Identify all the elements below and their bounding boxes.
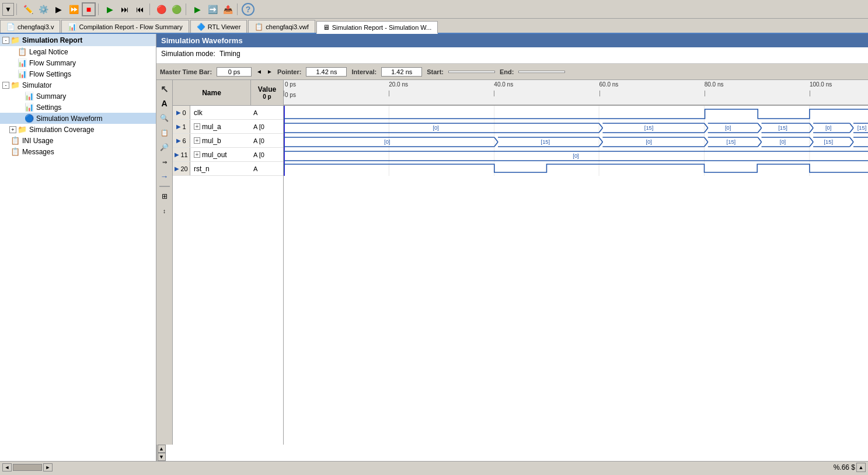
signal-row-mulb[interactable]: ▶ 6 + mul_b A [0: [173, 134, 283, 148]
sidebar-root[interactable]: - 📁 Simulation Report: [0, 34, 156, 46]
tool-grid[interactable]: ⊞: [158, 190, 171, 203]
signal-row-mula[interactable]: ▶ 1 + mul_a A [0: [173, 120, 283, 134]
svg-line-59: [850, 142, 853, 147]
svg-line-46: [705, 137, 708, 142]
start-label: Start:: [427, 68, 444, 75]
expand-simcoverage[interactable]: +: [9, 126, 16, 133]
toolbar-btn-sim2[interactable]: ⏩: [67, 2, 81, 16]
sidebar-item-settings[interactable]: 📊 Settings: [0, 102, 156, 113]
sidebar-label-summary: Summary: [36, 92, 66, 100]
expand-root[interactable]: -: [2, 37, 9, 44]
sidebar-item-legal-notice[interactable]: 📋 Legal Notice: [0, 46, 156, 57]
tool-sort[interactable]: ↕: [158, 204, 171, 217]
sep1: [16, 4, 19, 15]
svg-line-23: [810, 128, 813, 133]
sidebar-item-messages[interactable]: 📋 Messages: [0, 146, 156, 157]
sig-expand-mulb[interactable]: +: [194, 137, 200, 144]
toolbar-btn-help[interactable]: ?: [242, 3, 255, 16]
toolbar-btn-rewind[interactable]: ⏮: [133, 2, 147, 16]
sig-name-mulout: + mul_out: [190, 151, 251, 159]
tool-step[interactable]: ⇒: [158, 155, 171, 168]
svg-line-18: [758, 123, 761, 128]
toolbar-btn-net1[interactable]: 🔴: [154, 2, 168, 16]
svg-line-58: [850, 137, 853, 142]
sim-mode-label: Simulation mode:: [161, 50, 215, 58]
end-value: [518, 71, 565, 73]
sig-val-mula: A [0: [253, 123, 264, 130]
toolbar-btn-export[interactable]: 📤: [221, 2, 235, 16]
sidebar-item-flow-settings[interactable]: 📊 Flow Settings: [0, 68, 156, 79]
sig-index-rstn: ▶ 20: [173, 162, 190, 175]
sig-val-rstn: A: [253, 165, 257, 172]
sidebar-label-simwaveform: Simulation Waveform: [36, 115, 103, 123]
sidebar-item-sim-coverage[interactable]: + 📁 Simulation Coverage: [0, 124, 156, 135]
signal-row-rstn[interactable]: ▶ 20 rst_n A: [173, 162, 283, 176]
waveform-signals: [0] [15] [0] [15] [0] [15]: [284, 106, 868, 445]
waveform-canvas[interactable]: 0 ps 20.0 ns 40.0 ns 60.0 ns 80.0 ns 100…: [284, 80, 868, 445]
sidebar-icon-simcoverage: 📁: [18, 125, 27, 134]
sig-name-rstn: rst_n: [190, 165, 251, 173]
tool-select[interactable]: ↖: [158, 82, 171, 95]
tool-text[interactable]: A: [158, 97, 171, 110]
svg-line-10: [599, 128, 602, 133]
sig-value-mulb: A [0: [251, 137, 283, 144]
sidebar-label-messages: Messages: [22, 148, 54, 156]
tab-compilation[interactable]: 📊 Compilation Report - Flow Summary: [61, 20, 189, 33]
sidebar-item-flow-summary[interactable]: 📊 Flow Summary: [0, 57, 156, 68]
sig-scroll-right[interactable]: ►: [43, 463, 53, 471]
toolbar-btn-run[interactable]: ▶: [103, 2, 117, 16]
tab-simreport[interactable]: 🖥 Simulation Report - Simulation W...: [316, 21, 438, 34]
sig-scroll-left[interactable]: ◄: [2, 463, 12, 471]
tab-icon-vwf: 📋: [255, 23, 263, 31]
signal-row-clk[interactable]: ▶ 0 clk A: [173, 106, 283, 120]
tool-search[interactable]: 🔎: [158, 141, 171, 154]
scroll-up-btn[interactable]: ▲: [158, 445, 166, 453]
sig-value-rstn: A: [251, 165, 283, 172]
tool-copy[interactable]: 📋: [158, 126, 171, 139]
sidebar-icon-messages: 📋: [11, 147, 20, 156]
sig-index-clk: ▶ 0: [173, 106, 190, 119]
sidebar-item-summary[interactable]: 📊 Summary: [0, 91, 156, 102]
tab-label-vwf: chengfaqi3.vwf: [266, 23, 308, 30]
tab-icon-simreport: 🖥: [323, 23, 330, 32]
tool-arrow[interactable]: →: [158, 170, 171, 183]
toolbar-btn-net2[interactable]: 🟢: [169, 2, 183, 16]
sidebar-icon-simwaveform: 🔵: [25, 114, 34, 123]
timebar-right-nav[interactable]: ►: [267, 68, 273, 75]
tab-chengfaqi3v[interactable]: 📄 chengfaqi3.v: [0, 20, 60, 33]
scroll-down-btn[interactable]: ▼: [158, 453, 166, 461]
toolbar-btn-fast[interactable]: ⏭: [118, 2, 132, 16]
toolbar-dropdown[interactable]: ▼: [2, 3, 14, 16]
sig-label-rstn: rst_n: [194, 165, 210, 173]
sig-expand-mulout[interactable]: +: [194, 151, 200, 158]
svg-line-42: [599, 137, 602, 142]
tab-rtlviewer[interactable]: 🔷 RTL Viewer: [190, 20, 247, 33]
toolbar-btn-play2[interactable]: ▶: [190, 2, 204, 16]
signal-row-mulout[interactable]: ▶ 11 + mul_out A [0: [173, 148, 283, 162]
svg-line-9: [599, 123, 602, 128]
timebar: Master Time Bar: 0 ps ◄ ► Pointer: 1.42 …: [156, 64, 868, 80]
timebar-left-nav[interactable]: ◄: [256, 68, 262, 75]
sidebar-icon-settings: 📊: [25, 103, 34, 112]
sidebar: - 📁 Simulation Report 📋 Legal Notice 📊 F…: [0, 34, 156, 461]
toolbar-btn-sim1[interactable]: ▶: [51, 2, 65, 16]
pointer-value: 1.42 ns: [306, 67, 347, 77]
toolbar-btn-arrow[interactable]: ➡️: [205, 2, 219, 16]
sidebar-icon-flowsummary: 📊: [18, 58, 27, 67]
svg-line-14: [705, 123, 708, 128]
sidebar-item-ini-usage[interactable]: 📋 INI Usage: [0, 135, 156, 146]
sig-scroll-thumb[interactable]: [13, 464, 42, 471]
sidebar-label-settings: Settings: [36, 103, 61, 112]
sig-expand-mula[interactable]: +: [194, 123, 200, 130]
ruler-label-100ns: 100.0 ns: [810, 81, 832, 88]
toolbar-btn-compile[interactable]: ⚙️: [36, 2, 50, 16]
sidebar-icon-ini: 📋: [11, 136, 20, 145]
toolbar-btn-edit[interactable]: ✏️: [21, 2, 35, 16]
toolbar-btn-stop[interactable]: ■: [82, 2, 96, 16]
tool-zoom-area[interactable]: 🔍: [158, 112, 171, 124]
sidebar-item-simulator[interactable]: - 📁 Simulator: [0, 79, 156, 91]
expand-simulator[interactable]: -: [2, 82, 9, 89]
tab-vwf[interactable]: 📋 chengfaqi3.vwf: [248, 20, 315, 33]
status-up-btn[interactable]: ▲: [856, 463, 866, 472]
sidebar-item-sim-waveform[interactable]: 🔵 Simulation Waveform: [0, 113, 156, 124]
